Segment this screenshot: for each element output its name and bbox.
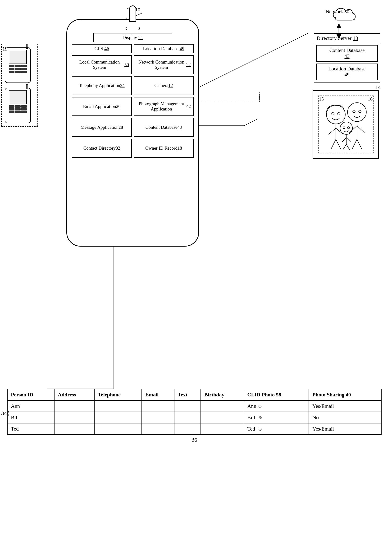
- svg-point-28: [343, 127, 345, 128]
- table-row-ann: Ann Ann ☺ Yes/Email: [7, 400, 381, 412]
- cell-ann-sharing: Yes/Email: [309, 400, 381, 412]
- bracket-34-label: 34{: [1, 410, 10, 417]
- contact-table: Person ID Address Telephone Email Text B…: [7, 389, 382, 435]
- svg-point-29: [347, 127, 349, 128]
- svg-line-25: [352, 139, 357, 149]
- table-row-bill: Bill Bill ☺ No: [7, 412, 381, 423]
- cell-ann-telephone: [94, 400, 142, 412]
- ref-16-label: 16: [368, 96, 373, 102]
- content-db-box: Content Database 43: [134, 118, 194, 137]
- people-svg: [318, 96, 373, 153]
- directory-server-title: Directory Server 13: [314, 34, 380, 43]
- gps-box: GPS 46: [72, 44, 132, 53]
- location-db-box: Location Database 49: [134, 44, 194, 53]
- cloud-svg: [314, 4, 361, 27]
- ref-14-label: 14: [375, 84, 381, 90]
- svg-line-17: [331, 139, 336, 149]
- cell-ted-clid: Ted ☺: [244, 423, 309, 435]
- svg-point-19: [347, 103, 366, 121]
- phone-antenna: [129, 5, 136, 22]
- cell-bill-text: [174, 412, 201, 423]
- col-telephone: Telephone: [94, 389, 142, 400]
- cell-bill-birthday: [201, 412, 244, 423]
- svg-line-32: [346, 137, 350, 142]
- local-comm-box: Local Communication System 50: [72, 55, 132, 74]
- cell-bill-email: [142, 412, 174, 423]
- small-phones-dashed-border: [1, 44, 38, 127]
- cell-ted-text: [174, 423, 201, 435]
- cell-ann-email: [142, 400, 174, 412]
- svg-line-33: [343, 144, 346, 150]
- cell-ann-clid: Ann ☺: [244, 400, 309, 412]
- network-comm-box: Network Communication System 22: [134, 55, 194, 74]
- svg-point-27: [340, 122, 352, 134]
- email-photo-row: Email Application 26 Photograph Manageme…: [72, 97, 194, 116]
- telephony-camera-row: Telephony Application 24 Camera 12: [72, 76, 194, 95]
- photo-inner: 15 16: [318, 95, 373, 153]
- cell-ted-birthday: [201, 423, 244, 435]
- svg-line-18: [336, 139, 341, 149]
- svg-line-16: [336, 128, 343, 134]
- contact-dir-box: Contact Directory 32: [72, 139, 132, 158]
- cell-ann-person: Ann: [7, 400, 54, 412]
- svg-line-5: [244, 118, 258, 126]
- ref-15-label: 15: [319, 96, 324, 102]
- svg-line-23: [350, 126, 357, 132]
- message-content-row: Message Application 28 Content Database …: [72, 118, 194, 137]
- col-text: Text: [174, 389, 201, 400]
- svg-line-26: [357, 139, 362, 149]
- cell-ted-person: Ted: [7, 423, 54, 435]
- photo-mgmt-box: Photograph Management Application 42: [134, 97, 194, 116]
- telephony-box: Telephony Application 24: [72, 76, 132, 95]
- message-box: Message Application 28: [72, 118, 132, 137]
- gps-row: GPS 46 Location Database 49: [72, 44, 194, 53]
- comm-row: Local Communication System 50 Network Co…: [72, 55, 194, 74]
- main-phone: Display 21 GPS 46 Location Database 49 L…: [66, 19, 199, 247]
- display-box: Display 21: [93, 33, 172, 42]
- svg-line-34: [346, 144, 350, 150]
- cell-ted-sharing: Yes/Email: [309, 423, 381, 435]
- cell-bill-clid: Bill ☺: [244, 412, 309, 423]
- svg-line-3: [194, 33, 308, 90]
- contact-owner-row: Contact Directory 32 Owner ID Record 18: [72, 139, 194, 158]
- cell-bill-person: Bill: [7, 412, 54, 423]
- cell-bill-address: [54, 412, 94, 423]
- content-database-server: Content Database 43: [316, 45, 378, 62]
- svg-point-11: [326, 105, 345, 124]
- location-database-server: Location Database 49: [316, 64, 378, 80]
- col-clid-photo: CLID Photo 58: [244, 389, 309, 400]
- network-label: Network 30: [314, 9, 361, 15]
- col-photo-sharing: Photo Sharing 40: [309, 389, 381, 400]
- col-address: Address: [54, 389, 94, 400]
- cell-ann-address: [54, 400, 94, 412]
- col-person-id: Person ID: [7, 389, 54, 400]
- photo-frame: 14 15 16: [313, 90, 379, 159]
- camera-box: Camera 12: [134, 76, 194, 95]
- table-row-ted: Ted Ted ☺ Yes/Email: [7, 423, 381, 435]
- cell-ted-email: [142, 423, 174, 435]
- diagram: 10 ↙ Network 30 Directory Server 13 Cont…: [0, 0, 392, 537]
- cell-bill-telephone: [94, 412, 142, 423]
- svg-point-12: [331, 113, 334, 115]
- cell-ann-birthday: [201, 400, 244, 412]
- col-email: Email: [142, 389, 174, 400]
- svg-line-15: [328, 128, 336, 134]
- svg-point-20: [353, 110, 355, 112]
- cell-ted-telephone: [94, 423, 142, 435]
- phone-content: Display 21 GPS 46 Location Database 49 L…: [72, 33, 194, 236]
- svg-line-24: [357, 126, 364, 132]
- col-birthday: Birthday: [201, 389, 244, 400]
- owner-id-box: Owner ID Record 18: [134, 139, 194, 158]
- email-box: Email Application 26: [72, 97, 132, 116]
- svg-line-31: [342, 137, 346, 142]
- svg-point-21: [359, 110, 361, 112]
- directory-server-box: Directory Server 13 Content Database 43 …: [314, 33, 380, 83]
- directory-server-inner: Content Database 43 Location Database 49: [314, 43, 380, 82]
- table-header-row: Person ID Address Telephone Email Text B…: [7, 389, 381, 400]
- ref-36-label: 36: [7, 437, 382, 443]
- svg-point-13: [338, 113, 340, 115]
- table-section: 34{ Person ID Address Telephone Email Te…: [7, 389, 382, 443]
- cell-bill-sharing: No: [309, 412, 381, 423]
- cell-ted-address: [54, 423, 94, 435]
- cell-ann-text: [174, 400, 201, 412]
